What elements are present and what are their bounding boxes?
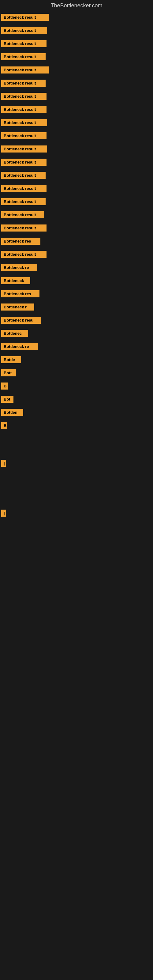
list-item: Bottleneck r — [0, 301, 153, 314]
list-item — [0, 495, 153, 507]
list-item: | — [0, 507, 153, 520]
list-item: Bottleneck result — [0, 248, 153, 261]
list-item: Bottlenec — [0, 328, 153, 340]
list-item: B — [0, 420, 153, 433]
list-item: Bottleneck result — [0, 183, 153, 196]
bottleneck-result-bar: Bottleneck result — [1, 211, 44, 218]
bottleneck-result-bar: Bottleneck re — [1, 264, 37, 271]
list-item: Bottleneck result — [0, 169, 153, 183]
list-item: Bottleneck result — [0, 51, 153, 64]
bottleneck-result-bar: Bottleneck result — [1, 172, 46, 179]
bars-container: Bottleneck resultBottleneck resultBottle… — [0, 11, 153, 520]
bottleneck-result-bar: Bot — [1, 396, 13, 403]
list-item: Bottleneck result — [0, 222, 153, 235]
bottleneck-result-bar: Bottlenec — [1, 330, 28, 337]
bottleneck-result-bar: Bottleneck result — [1, 198, 46, 205]
bottleneck-result-bar: B — [1, 422, 7, 429]
list-item — [0, 445, 153, 457]
list-item: Bottleneck result — [0, 196, 153, 209]
bottleneck-result-bar: Bottleneck result — [1, 251, 46, 258]
list-item: Bottleneck result — [0, 156, 153, 169]
list-item: Bot — [0, 393, 153, 406]
list-item: Bottleneck result — [0, 117, 153, 130]
site-title: TheBottlenecker.com — [0, 0, 153, 11]
list-item: Bottleneck result — [0, 103, 153, 117]
bottleneck-result-bar: Bottle — [1, 356, 21, 363]
bottleneck-result-bar: Bottleneck result — [1, 145, 47, 153]
list-item: Bottleneck result — [0, 130, 153, 143]
list-item: Bottleneck result — [0, 11, 153, 24]
bottleneck-result-bar: Bottleneck result — [1, 14, 49, 21]
list-item: B — [0, 380, 153, 393]
list-item: Bottleneck res — [0, 288, 153, 301]
list-item: Bottleneck — [0, 275, 153, 288]
bottleneck-result-bar: Bottleneck result — [1, 106, 46, 113]
bottleneck-result-bar: Bottleneck result — [1, 80, 46, 87]
list-item — [0, 470, 153, 483]
list-item: Bottleneck result — [0, 90, 153, 103]
list-item: Bottleneck result — [0, 24, 153, 38]
list-item: Bottleneck re — [0, 261, 153, 275]
list-item — [0, 433, 153, 445]
bottleneck-result-bar: Bottleneck result — [1, 132, 46, 139]
list-item: Bottlen — [0, 406, 153, 420]
bottleneck-result-bar: Bottleneck res — [1, 238, 40, 245]
bottleneck-result-bar: | — [1, 460, 6, 467]
bottleneck-result-bar: Bottleneck result — [1, 159, 46, 166]
bottleneck-result-bar: Bottleneck result — [1, 224, 46, 232]
bottleneck-result-bar: B — [1, 382, 8, 390]
list-item: Bottleneck result — [0, 77, 153, 90]
list-item: Bottleneck result — [0, 64, 153, 77]
bottleneck-result-bar: Bottleneck result — [1, 40, 46, 47]
bottleneck-result-bar: Bottleneck resu — [1, 317, 41, 324]
list-item: Bottleneck re — [0, 340, 153, 354]
bottleneck-result-bar: Bottleneck result — [1, 27, 47, 34]
bottleneck-result-bar: Bottlen — [1, 409, 23, 416]
list-item: Bott — [0, 367, 153, 380]
bottleneck-result-bar: Bottleneck r — [1, 304, 34, 310]
list-item: | — [0, 457, 153, 470]
list-item: Bottleneck result — [0, 143, 153, 156]
list-item: Bottle — [0, 354, 153, 367]
bottleneck-result-bar: | — [1, 510, 6, 517]
list-item: Bottleneck result — [0, 209, 153, 222]
list-item: Bottleneck result — [0, 38, 153, 51]
list-item: Bottleneck res — [0, 235, 153, 248]
list-item: Bottleneck resu — [0, 314, 153, 328]
bottleneck-result-bar: Bottleneck re — [1, 343, 38, 350]
bottleneck-result-bar: Bott — [1, 369, 16, 376]
bottleneck-result-bar: Bottleneck result — [1, 93, 46, 100]
bottleneck-result-bar: Bottleneck result — [1, 53, 46, 60]
bottleneck-result-bar: Bottleneck res — [1, 290, 40, 298]
bottleneck-result-bar: Bottleneck — [1, 277, 30, 284]
bottleneck-result-bar: Bottleneck result — [1, 67, 49, 73]
bottleneck-result-bar: Bottleneck result — [1, 185, 46, 192]
list-item — [0, 483, 153, 495]
bottleneck-result-bar: Bottleneck result — [1, 119, 47, 126]
